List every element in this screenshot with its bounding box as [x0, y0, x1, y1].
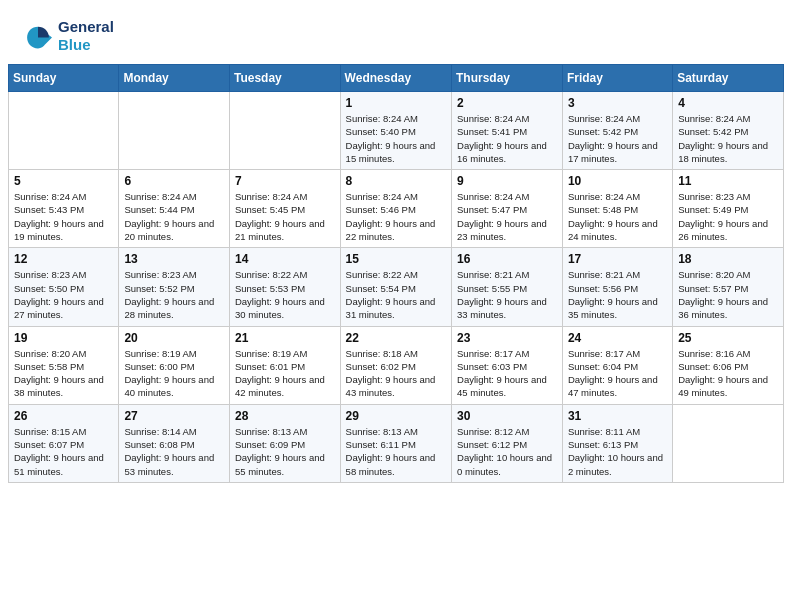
calendar-cell-1-1 — [9, 92, 119, 170]
calendar-cell-1-7: 4Sunrise: 8:24 AM Sunset: 5:42 PM Daylig… — [673, 92, 784, 170]
day-number: 5 — [14, 174, 113, 188]
logo: General Blue — [24, 18, 114, 54]
day-info: Sunrise: 8:21 AM Sunset: 5:55 PM Dayligh… — [457, 268, 557, 321]
day-info: Sunrise: 8:20 AM Sunset: 5:58 PM Dayligh… — [14, 347, 113, 400]
calendar-cell-4-5: 23Sunrise: 8:17 AM Sunset: 6:03 PM Dayli… — [452, 326, 563, 404]
day-number: 24 — [568, 331, 667, 345]
day-number: 18 — [678, 252, 778, 266]
day-number: 2 — [457, 96, 557, 110]
day-info: Sunrise: 8:21 AM Sunset: 5:56 PM Dayligh… — [568, 268, 667, 321]
day-number: 7 — [235, 174, 335, 188]
day-info: Sunrise: 8:19 AM Sunset: 6:00 PM Dayligh… — [124, 347, 224, 400]
calendar-cell-3-6: 17Sunrise: 8:21 AM Sunset: 5:56 PM Dayli… — [562, 248, 672, 326]
calendar-cell-3-3: 14Sunrise: 8:22 AM Sunset: 5:53 PM Dayli… — [229, 248, 340, 326]
day-info: Sunrise: 8:24 AM Sunset: 5:47 PM Dayligh… — [457, 190, 557, 243]
day-number: 27 — [124, 409, 224, 423]
calendar-header: SundayMondayTuesdayWednesdayThursdayFrid… — [9, 65, 784, 92]
calendar-cell-2-1: 5Sunrise: 8:24 AM Sunset: 5:43 PM Daylig… — [9, 170, 119, 248]
logo-text: General Blue — [58, 18, 114, 54]
calendar-cell-5-1: 26Sunrise: 8:15 AM Sunset: 6:07 PM Dayli… — [9, 404, 119, 482]
calendar-cell-4-2: 20Sunrise: 8:19 AM Sunset: 6:00 PM Dayli… — [119, 326, 230, 404]
day-info: Sunrise: 8:13 AM Sunset: 6:09 PM Dayligh… — [235, 425, 335, 478]
calendar-cell-5-7 — [673, 404, 784, 482]
calendar-week-1: 1Sunrise: 8:24 AM Sunset: 5:40 PM Daylig… — [9, 92, 784, 170]
day-number: 12 — [14, 252, 113, 266]
calendar-week-2: 5Sunrise: 8:24 AM Sunset: 5:43 PM Daylig… — [9, 170, 784, 248]
day-info: Sunrise: 8:24 AM Sunset: 5:42 PM Dayligh… — [568, 112, 667, 165]
calendar-cell-5-4: 29Sunrise: 8:13 AM Sunset: 6:11 PM Dayli… — [340, 404, 451, 482]
day-number: 21 — [235, 331, 335, 345]
day-number: 26 — [14, 409, 113, 423]
weekday-header-sunday: Sunday — [9, 65, 119, 92]
calendar-week-4: 19Sunrise: 8:20 AM Sunset: 5:58 PM Dayli… — [9, 326, 784, 404]
calendar-wrapper: SundayMondayTuesdayWednesdayThursdayFrid… — [0, 64, 792, 491]
weekday-header-monday: Monday — [119, 65, 230, 92]
day-number: 3 — [568, 96, 667, 110]
day-number: 10 — [568, 174, 667, 188]
calendar-cell-3-2: 13Sunrise: 8:23 AM Sunset: 5:52 PM Dayli… — [119, 248, 230, 326]
day-info: Sunrise: 8:24 AM Sunset: 5:43 PM Dayligh… — [14, 190, 113, 243]
calendar-cell-3-5: 16Sunrise: 8:21 AM Sunset: 5:55 PM Dayli… — [452, 248, 563, 326]
day-number: 23 — [457, 331, 557, 345]
calendar-cell-2-7: 11Sunrise: 8:23 AM Sunset: 5:49 PM Dayli… — [673, 170, 784, 248]
day-info: Sunrise: 8:22 AM Sunset: 5:53 PM Dayligh… — [235, 268, 335, 321]
logo-icon — [24, 22, 52, 50]
calendar-cell-5-5: 30Sunrise: 8:12 AM Sunset: 6:12 PM Dayli… — [452, 404, 563, 482]
day-number: 17 — [568, 252, 667, 266]
day-number: 30 — [457, 409, 557, 423]
day-info: Sunrise: 8:22 AM Sunset: 5:54 PM Dayligh… — [346, 268, 446, 321]
day-info: Sunrise: 8:20 AM Sunset: 5:57 PM Dayligh… — [678, 268, 778, 321]
calendar-cell-1-5: 2Sunrise: 8:24 AM Sunset: 5:41 PM Daylig… — [452, 92, 563, 170]
weekday-header-tuesday: Tuesday — [229, 65, 340, 92]
day-number: 13 — [124, 252, 224, 266]
day-info: Sunrise: 8:24 AM Sunset: 5:46 PM Dayligh… — [346, 190, 446, 243]
calendar-cell-4-1: 19Sunrise: 8:20 AM Sunset: 5:58 PM Dayli… — [9, 326, 119, 404]
day-number: 28 — [235, 409, 335, 423]
day-number: 16 — [457, 252, 557, 266]
day-info: Sunrise: 8:14 AM Sunset: 6:08 PM Dayligh… — [124, 425, 224, 478]
weekday-header-thursday: Thursday — [452, 65, 563, 92]
calendar-cell-2-2: 6Sunrise: 8:24 AM Sunset: 5:44 PM Daylig… — [119, 170, 230, 248]
calendar-cell-4-4: 22Sunrise: 8:18 AM Sunset: 6:02 PM Dayli… — [340, 326, 451, 404]
weekday-header-saturday: Saturday — [673, 65, 784, 92]
calendar-cell-4-3: 21Sunrise: 8:19 AM Sunset: 6:01 PM Dayli… — [229, 326, 340, 404]
day-number: 31 — [568, 409, 667, 423]
day-info: Sunrise: 8:19 AM Sunset: 6:01 PM Dayligh… — [235, 347, 335, 400]
day-info: Sunrise: 8:23 AM Sunset: 5:52 PM Dayligh… — [124, 268, 224, 321]
day-info: Sunrise: 8:18 AM Sunset: 6:02 PM Dayligh… — [346, 347, 446, 400]
day-number: 8 — [346, 174, 446, 188]
day-number: 11 — [678, 174, 778, 188]
day-info: Sunrise: 8:17 AM Sunset: 6:04 PM Dayligh… — [568, 347, 667, 400]
calendar-cell-1-2 — [119, 92, 230, 170]
page-header: General Blue — [0, 0, 792, 64]
calendar-week-3: 12Sunrise: 8:23 AM Sunset: 5:50 PM Dayli… — [9, 248, 784, 326]
calendar-cell-1-6: 3Sunrise: 8:24 AM Sunset: 5:42 PM Daylig… — [562, 92, 672, 170]
calendar-cell-3-4: 15Sunrise: 8:22 AM Sunset: 5:54 PM Dayli… — [340, 248, 451, 326]
day-info: Sunrise: 8:24 AM Sunset: 5:44 PM Dayligh… — [124, 190, 224, 243]
calendar-week-5: 26Sunrise: 8:15 AM Sunset: 6:07 PM Dayli… — [9, 404, 784, 482]
day-number: 9 — [457, 174, 557, 188]
calendar-cell-2-3: 7Sunrise: 8:24 AM Sunset: 5:45 PM Daylig… — [229, 170, 340, 248]
weekday-header-row: SundayMondayTuesdayWednesdayThursdayFrid… — [9, 65, 784, 92]
calendar-cell-4-7: 25Sunrise: 8:16 AM Sunset: 6:06 PM Dayli… — [673, 326, 784, 404]
day-number: 1 — [346, 96, 446, 110]
calendar-cell-1-4: 1Sunrise: 8:24 AM Sunset: 5:40 PM Daylig… — [340, 92, 451, 170]
calendar-cell-3-1: 12Sunrise: 8:23 AM Sunset: 5:50 PM Dayli… — [9, 248, 119, 326]
weekday-header-wednesday: Wednesday — [340, 65, 451, 92]
day-info: Sunrise: 8:24 AM Sunset: 5:40 PM Dayligh… — [346, 112, 446, 165]
day-info: Sunrise: 8:24 AM Sunset: 5:45 PM Dayligh… — [235, 190, 335, 243]
day-number: 14 — [235, 252, 335, 266]
calendar-cell-2-4: 8Sunrise: 8:24 AM Sunset: 5:46 PM Daylig… — [340, 170, 451, 248]
weekday-header-friday: Friday — [562, 65, 672, 92]
calendar-cell-2-5: 9Sunrise: 8:24 AM Sunset: 5:47 PM Daylig… — [452, 170, 563, 248]
day-number: 25 — [678, 331, 778, 345]
day-info: Sunrise: 8:23 AM Sunset: 5:50 PM Dayligh… — [14, 268, 113, 321]
calendar-cell-4-6: 24Sunrise: 8:17 AM Sunset: 6:04 PM Dayli… — [562, 326, 672, 404]
day-info: Sunrise: 8:16 AM Sunset: 6:06 PM Dayligh… — [678, 347, 778, 400]
day-info: Sunrise: 8:11 AM Sunset: 6:13 PM Dayligh… — [568, 425, 667, 478]
day-number: 6 — [124, 174, 224, 188]
calendar-body: 1Sunrise: 8:24 AM Sunset: 5:40 PM Daylig… — [9, 92, 784, 483]
day-number: 19 — [14, 331, 113, 345]
day-info: Sunrise: 8:23 AM Sunset: 5:49 PM Dayligh… — [678, 190, 778, 243]
day-info: Sunrise: 8:24 AM Sunset: 5:42 PM Dayligh… — [678, 112, 778, 165]
